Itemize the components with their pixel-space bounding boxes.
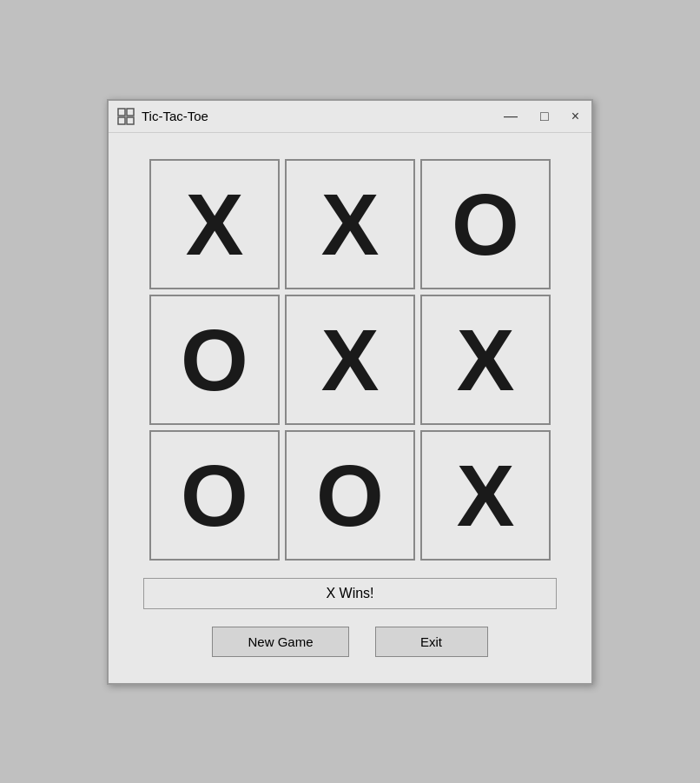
window-controls: — □ ×	[500, 108, 583, 125]
cell-0[interactable]: X	[149, 159, 280, 289]
cell-4[interactable]: X	[285, 295, 415, 425]
title-bar: Tic-Tac-Toe — □ ×	[109, 101, 591, 133]
game-board: X X O O X X O O X	[149, 159, 551, 561]
status-message: X Wins!	[326, 586, 373, 601]
cell-2[interactable]: O	[420, 159, 551, 289]
status-bar: X Wins!	[143, 578, 557, 609]
cell-1[interactable]: X	[285, 159, 415, 289]
cell-8[interactable]: X	[420, 430, 551, 561]
maximize-button[interactable]: □	[537, 108, 552, 125]
svg-rect-2	[118, 117, 125, 124]
cell-6[interactable]: O	[149, 430, 280, 561]
exit-button[interactable]: Exit	[375, 627, 488, 657]
minimize-button[interactable]: —	[500, 108, 521, 125]
window-content: X X O O X X O O X X Wins! New Game Exit	[109, 133, 591, 683]
close-button[interactable]: ×	[568, 108, 583, 125]
cell-5[interactable]: X	[420, 295, 551, 425]
cell-3[interactable]: O	[149, 295, 280, 425]
cell-7[interactable]: O	[285, 430, 415, 561]
window-title: Tic-Tac-Toe	[142, 109, 493, 123]
app-window: Tic-Tac-Toe — □ × X X O O X X O O X X Wi…	[107, 99, 593, 685]
svg-rect-3	[127, 117, 134, 124]
button-row: New Game Exit	[143, 627, 557, 657]
svg-rect-0	[118, 109, 125, 116]
svg-rect-1	[127, 109, 134, 116]
new-game-button[interactable]: New Game	[212, 627, 348, 657]
app-icon	[117, 108, 135, 125]
